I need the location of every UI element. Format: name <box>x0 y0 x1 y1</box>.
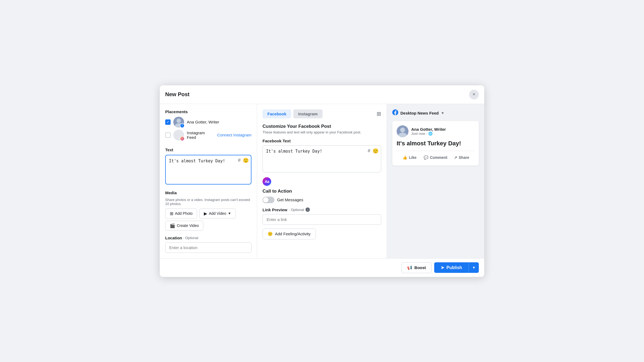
preview-user-info: Ana Gotter, Writer Just now · 🌐 <box>411 127 446 136</box>
link-preview-label: Link Preview <box>263 207 287 212</box>
middle-panel: Facebook Instagram ⊞ Customize Your Face… <box>257 104 387 258</box>
cta-section: Call to Action Get Messages <box>263 189 381 203</box>
columns-icon[interactable]: ⊞ <box>377 110 381 117</box>
fb-text-label: Facebook Text <box>263 139 381 143</box>
publish-dropdown-button[interactable]: ▼ <box>469 262 479 273</box>
publish-label: Publish <box>446 265 462 270</box>
preview-chevron-icon[interactable]: ▼ <box>441 111 444 115</box>
link-preview-section: Link Preview · Optional i <box>263 207 381 229</box>
facebook-checkbox[interactable]: ✓ <box>165 119 171 125</box>
svg-rect-3 <box>181 137 183 139</box>
link-input[interactable] <box>263 214 381 225</box>
preview-dropdown-label: Desktop News Feed <box>400 111 439 115</box>
instagram-icon <box>181 137 184 140</box>
create-video-icon: 🎬 <box>170 223 175 228</box>
textarea-toolbar: # 🙂 <box>238 157 249 163</box>
left-panel: Placements ✓ f <box>160 104 257 258</box>
instagram-placement-row: Instagram Feed Connect Instagram <box>165 130 251 140</box>
facebook-placement-row: ✓ f Ana Gotter, Writer <box>165 117 251 128</box>
preview-dropdown-row: Desktop News Feed ▼ <box>392 109 479 117</box>
photo-icon: ⊞ <box>170 211 173 216</box>
facebook-badge: f <box>180 123 185 128</box>
publish-button[interactable]: ➤ Publish <box>434 262 469 273</box>
location-label: Location <box>165 236 182 240</box>
svg-point-4 <box>182 138 182 139</box>
preview-meta: Just now · 🌐 <box>411 132 446 136</box>
preview-post-time: Just now <box>411 132 425 136</box>
create-video-label: Create Video <box>177 223 199 228</box>
fb-hashtag-icon[interactable]: # <box>368 148 370 154</box>
facebook-preview-icon <box>392 109 398 117</box>
svg-point-7 <box>400 128 405 132</box>
facebook-avatar-wrap: f <box>173 117 184 128</box>
like-action[interactable]: 👍 Like <box>397 154 423 161</box>
video-icon: ▶ <box>204 211 207 216</box>
new-post-modal: New Post × Placements ✓ <box>160 85 484 277</box>
instagram-placement-name: Instagram Feed <box>187 130 214 140</box>
add-photo-label: Add Photo <box>175 211 192 216</box>
ai-icon[interactable]: Aa <box>263 177 271 186</box>
instagram-checkbox[interactable] <box>165 132 171 138</box>
text-input-wrap: It's almost Turkey Day! # 🙂 <box>165 155 251 186</box>
instagram-badge <box>180 136 185 141</box>
tab-facebook[interactable]: Facebook <box>263 109 291 118</box>
preview-avatar-image <box>397 125 409 137</box>
add-video-button[interactable]: ▶ Add Video ▼ <box>199 209 235 219</box>
cta-row: Get Messages <box>263 197 381 203</box>
add-video-label: Add Video <box>209 211 226 216</box>
media-desc: Share photos or a video. Instagram posts… <box>165 198 251 206</box>
modal-header: New Post × <box>160 85 484 104</box>
like-icon: 👍 <box>403 155 407 160</box>
fb-textarea-icons: # 🙂 <box>368 148 379 154</box>
share-icon: ↗ <box>454 155 457 160</box>
toggle-knob <box>263 197 268 203</box>
cta-text: Get Messages <box>277 197 303 202</box>
modal-title: New Post <box>165 91 190 98</box>
close-button[interactable]: × <box>469 90 479 99</box>
facebook-placement-name: Ana Gotter, Writer <box>187 120 251 124</box>
preview-username: Ana Gotter, Writer <box>411 127 446 132</box>
link-preview-label-row: Link Preview · Optional i <box>263 207 381 212</box>
fb-emoji-icon[interactable]: 🙂 <box>373 148 379 154</box>
connect-instagram-link[interactable]: Connect Instagram <box>217 133 251 137</box>
instagram-avatar-wrap <box>173 130 184 140</box>
media-label: Media <box>165 190 251 195</box>
feeling-emoji: 🙂 <box>268 232 273 236</box>
boost-button[interactable]: 📢 Boost <box>401 262 432 273</box>
modal-footer: 📢 Boost ➤ Publish ▼ <box>160 258 484 277</box>
feeling-activity-button[interactable]: 🙂 Add Feeling/Activity <box>263 229 316 239</box>
preview-card: Ana Gotter, Writer Just now · 🌐 It's alm… <box>392 121 479 166</box>
preview-avatar <box>397 125 409 137</box>
cta-label: Call to Action <box>263 189 381 194</box>
media-section: Media Share photos or a video. Instagram… <box>165 190 251 231</box>
location-input[interactable] <box>165 242 251 253</box>
check-icon: ✓ <box>167 120 170 124</box>
customize-title: Customize Your Facebook Post <box>263 124 381 129</box>
svg-point-1 <box>177 119 181 123</box>
info-icon: i <box>306 207 310 212</box>
text-section: Text It's almost Turkey Day! # 🙂 <box>165 148 251 186</box>
media-buttons: ⊞ Add Photo ▶ Add Video ▼ 🎬 Create Video <box>165 209 251 231</box>
publish-send-icon: ➤ <box>441 265 444 270</box>
location-section: Location · Optional <box>165 236 251 253</box>
location-optional: · Optional <box>183 236 198 240</box>
hashtag-icon[interactable]: # <box>238 157 241 163</box>
share-action[interactable]: ↗ Share <box>449 154 474 161</box>
placements-section: Placements ✓ f <box>165 109 251 143</box>
feeling-label: Add Feeling/Activity <box>275 232 311 236</box>
modal-body: Placements ✓ f <box>160 104 484 258</box>
cta-toggle[interactable] <box>263 197 274 203</box>
create-video-button[interactable]: 🎬 Create Video <box>165 221 203 231</box>
tab-instagram[interactable]: Instagram <box>293 109 323 118</box>
comment-label: Comment <box>430 155 447 160</box>
emoji-icon[interactable]: 🙂 <box>243 157 249 163</box>
comment-action[interactable]: 💬 Comment <box>423 154 449 161</box>
like-label: Like <box>409 155 416 160</box>
fb-text-input[interactable]: It's almost Turkey Day! <box>263 145 381 172</box>
dot-separator: · <box>426 132 427 136</box>
add-photo-button[interactable]: ⊞ Add Photo <box>165 209 197 219</box>
fb-icon-svg <box>392 109 398 115</box>
text-label: Text <box>165 148 251 152</box>
share-label: Share <box>459 155 469 160</box>
globe-icon: 🌐 <box>428 132 433 136</box>
